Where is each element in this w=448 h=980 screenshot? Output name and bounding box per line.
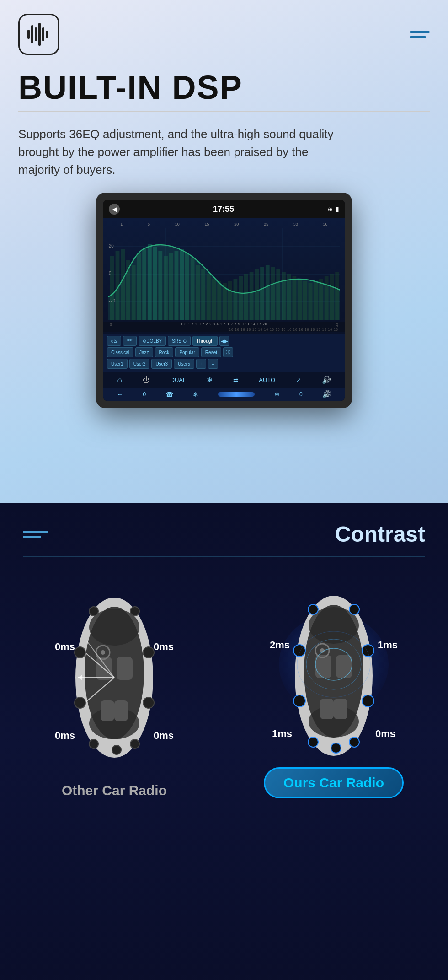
svg-point-106 [349,737,359,747]
user5-btn[interactable]: User5 [174,359,194,369]
svg-point-104 [308,737,318,747]
sync-icon[interactable]: ⇄ [233,377,239,384]
reset-btn[interactable]: Reset [201,347,221,357]
eq-numbers: 1 5 10 15 20 25 30 36 [103,222,345,226]
page-title-section: BUILT-IN DSP [0,64,448,111]
jazz-btn[interactable]: Jazz [135,347,153,357]
rock-btn[interactable]: Rock [155,347,174,357]
svg-rect-68 [101,700,114,721]
classical-btn[interactable]: Classical [107,347,133,357]
dolby-btn[interactable]: ⊙DOLBY [139,336,166,346]
info-btn[interactable]: ⓘ [223,347,233,357]
svg-point-82 [143,697,154,708]
user1-btn[interactable]: User1 [107,359,128,369]
radio-screen: ◀ 17:55 ≋ ▮ 1 5 10 15 20 [103,200,345,401]
top-section: BUILT-IN DSP Supports 36EQ adjustment, a… [0,0,448,503]
back-button[interactable]: ◀ [109,204,120,215]
ms-label-br: 0ms [154,730,174,742]
bottom-section: Contrast 0ms 0ms 0ms 0ms [0,503,448,980]
ms-label-tl: 0ms [55,641,75,653]
screen-climate-bar: ← 0 ☎ ❄ ❄ 0 🔊 [103,388,345,401]
audio-toggle[interactable]: ◀▶ [219,336,229,346]
contrast-title: Contrast [335,522,425,547]
back-arrow-icon[interactable]: ← [117,391,123,398]
radio-device: ◀ 17:55 ≋ ▮ 1 5 10 15 20 [96,193,352,408]
svg-rect-4 [42,27,44,41]
through-btn[interactable]: Through [192,336,218,346]
phone-icon[interactable]: ☎ [165,391,173,398]
volume-right-icon[interactable]: 🔊 [322,390,331,398]
svg-rect-1 [31,25,33,43]
svg-rect-96 [320,699,334,719]
screen-time: 17:55 [213,205,234,214]
ours-ms-label-tl: 2ms [270,639,290,651]
ac-icon[interactable]: ❄ [207,376,213,384]
dual-label: DUAL [171,377,187,383]
fan-right-icon[interactable]: ❄ [274,391,280,398]
svg-text:-20: -20 [109,298,116,303]
contrast-header: Contrast [0,503,448,547]
plus-btn[interactable]: + [196,359,206,369]
svg-rect-3 [38,23,41,46]
svg-point-105 [331,743,341,753]
svg-rect-95 [336,655,352,678]
screen-bottom-bar: ⌂ ⏻ DUAL ❄ ⇄ AUTO ⤢ 🔊 [103,372,345,388]
description-text: Supports 36EQ adjustment, and the ultra-… [0,121,366,193]
ours-ms-label-tr: 1ms [378,639,398,651]
eq-chart-area: 1 5 10 15 20 25 30 36 [103,218,345,334]
svg-text:20: 20 [109,243,114,248]
svg-point-85 [130,739,139,748]
svg-rect-0 [27,30,30,39]
svg-point-101 [293,695,305,707]
svg-point-79 [75,647,85,658]
volume-icon[interactable]: 🔊 [322,376,331,384]
our-car-label[interactable]: Ours Car Radio [264,767,404,798]
auto-label: AUTO [259,377,275,383]
user3-btn[interactable]: User3 [151,359,172,369]
other-car-label: Other Car Radio [62,783,167,798]
svg-rect-2 [35,27,37,41]
ours-ms-label-bl: 1ms [272,728,292,740]
minus-btn[interactable]: – [208,359,218,369]
svg-rect-69 [114,700,128,721]
signal-icon: ≋ [327,205,333,213]
svg-point-87 [130,607,139,616]
our-car-item: 2ms 1ms 1ms 0ms [229,584,439,798]
popular-btn[interactable]: Popular [175,347,199,357]
eq-buttons-row1: dts ᴮᴮᴱ ⊙DOLBY SRS ⊙ Through ◀▶ Classica… [103,334,345,372]
svg-point-71 [101,650,105,655]
temp-left: 0 [143,391,146,398]
screen-icons: ≋ ▮ [327,205,339,213]
menu-button[interactable] [410,31,430,38]
page-title: BUILT-IN DSP [18,69,430,106]
temp-right: 0 [299,391,303,398]
car-comparison: 0ms 0ms 0ms 0ms [0,557,448,817]
our-car-view: 2ms 1ms 1ms 0ms [270,584,398,767]
battery-icon: ▮ [336,205,339,213]
svg-point-81 [143,647,154,658]
svg-point-102 [362,645,374,657]
eq-svg: 20 0 -20 [103,228,345,322]
dts-btn[interactable]: dts [107,336,121,346]
svg-point-86 [89,607,98,616]
our-car-svg [270,584,398,767]
divert-icon[interactable]: ⤢ [296,377,301,384]
home-icon[interactable]: ⌂ [117,375,122,385]
other-car-view: 0ms 0ms 0ms 0ms [50,586,178,769]
svg-rect-5 [46,31,48,38]
svg-point-103 [362,695,374,707]
fan-slider[interactable] [218,392,255,397]
other-car-svg [50,586,178,769]
power-icon[interactable]: ⏻ [143,376,150,384]
svg-rect-67 [117,657,133,680]
bbe-btn[interactable]: ᴮᴮᴱ [123,336,137,346]
srs-btn[interactable]: SRS ⊙ [168,336,190,346]
ours-ms-label-br: 0ms [375,728,395,740]
ms-label-tr: 0ms [154,641,174,653]
svg-point-80 [75,697,85,708]
logo [18,14,59,55]
svg-point-107 [308,604,318,614]
fan-icon[interactable]: ❄ [193,391,198,398]
svg-point-108 [349,604,359,614]
user2-btn[interactable]: User2 [129,359,150,369]
